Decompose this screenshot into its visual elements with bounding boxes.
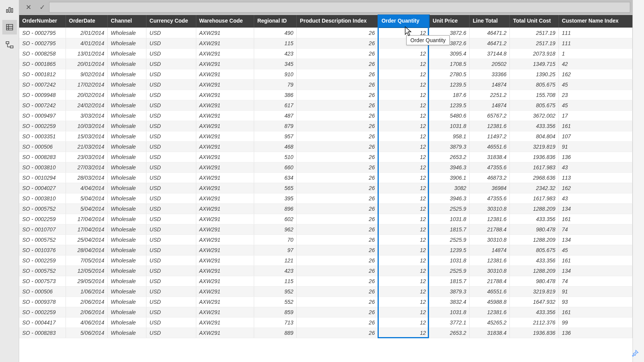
table-row[interactable]: SO - 000186520/01/2014WholesaleUSDAXW291… — [19, 59, 632, 69]
cell-CustomerNameIndex[interactable]: 136 — [559, 328, 632, 338]
cell-RegionalID[interactable]: 552 — [254, 297, 297, 307]
cell-WarehouseCode[interactable]: AXW291 — [196, 162, 254, 173]
table-row[interactable]: SO - 000757329/05/2014WholesaleUSDAXW291… — [19, 276, 632, 287]
cell-TotalUnitCost[interactable]: 433.356 — [510, 214, 559, 224]
cell-RegionalID[interactable]: 468 — [254, 142, 297, 152]
cancel-button[interactable]: ✕ — [21, 2, 35, 13]
cell-LineTotal[interactable]: 30310.8 — [470, 204, 510, 214]
cell-OrderQuantity[interactable]: 12 — [378, 152, 429, 162]
table-row[interactable]: SO - 0005061/06/2014WholesaleUSDAXW29195… — [19, 287, 632, 297]
cell-WarehouseCode[interactable]: AXW291 — [196, 245, 254, 256]
cell-ProductDescriptionIndex[interactable]: 26 — [297, 328, 378, 338]
cell-UnitPrice[interactable]: 187.6 — [429, 90, 470, 100]
table-row[interactable]: SO - 00027954/01/2014WholesaleUSDAXW2911… — [19, 38, 632, 49]
cell-RegionalID[interactable]: 79 — [254, 80, 297, 90]
cell-OrderQuantity[interactable]: 12 — [378, 245, 429, 256]
commit-button[interactable]: ✓ — [35, 2, 49, 13]
cell-OrderNumber[interactable]: SO - 0010376 — [19, 245, 66, 256]
cell-OrderDate[interactable]: 7/05/2014 — [66, 256, 107, 266]
cell-RegionalID[interactable]: 962 — [254, 224, 297, 235]
right-panel-collapsed[interactable] — [632, 0, 644, 362]
cell-OrderQuantity[interactable]: 12 — [378, 235, 429, 245]
cell-OrderQuantity[interactable]: 12 — [378, 131, 429, 142]
cell-OrderDate[interactable]: 2/06/2014 — [66, 297, 107, 307]
cell-TotalUnitCost[interactable]: 804.804 — [510, 131, 559, 142]
cell-RegionalID[interactable]: 487 — [254, 111, 297, 121]
cell-LineTotal[interactable]: 46551.6 — [470, 287, 510, 297]
data-grid[interactable]: OrderNumberOrderDateChannelCurrency Code… — [19, 15, 632, 338]
cell-WarehouseCode[interactable]: AXW291 — [196, 266, 254, 276]
cell-LineTotal[interactable]: 45265.2 — [470, 318, 510, 328]
cell-UnitPrice[interactable]: 3946.3 — [429, 162, 470, 173]
column-header-UnitPrice[interactable]: Unit Price — [429, 15, 470, 28]
cell-RegionalID[interactable]: 957 — [254, 131, 297, 142]
cell-TotalUnitCost[interactable]: 2073.918 — [510, 49, 559, 59]
cell-OrderNumber[interactable]: SO - 0005752 — [19, 235, 66, 245]
cell-CustomerNameIndex[interactable]: 161 — [559, 214, 632, 224]
cell-LineTotal[interactable]: 11497.2 — [470, 131, 510, 142]
cell-Channel[interactable]: Wholesale — [108, 49, 146, 59]
cell-OrderQuantity[interactable]: 12 — [378, 59, 429, 69]
table-row[interactable]: SO - 000724217/02/2014WholesaleUSDAXW291… — [19, 80, 632, 90]
cell-CurrencyCode[interactable]: USD — [146, 152, 196, 162]
cell-OrderNumber[interactable]: SO - 0007242 — [19, 80, 66, 90]
cell-UnitPrice[interactable]: 1815.7 — [429, 224, 470, 235]
cell-Channel[interactable]: Wholesale — [108, 318, 146, 328]
cell-ProductDescriptionIndex[interactable]: 26 — [297, 235, 378, 245]
cell-RegionalID[interactable]: 617 — [254, 100, 297, 111]
cell-OrderQuantity[interactable]: 12 — [378, 276, 429, 287]
cell-CurrencyCode[interactable]: USD — [146, 328, 196, 338]
cell-WarehouseCode[interactable]: AXW291 — [196, 142, 254, 152]
cell-UnitPrice[interactable]: 2525.9 — [429, 204, 470, 214]
cell-ProductDescriptionIndex[interactable]: 26 — [297, 131, 378, 142]
cell-ProductDescriptionIndex[interactable]: 26 — [297, 318, 378, 328]
cell-OrderQuantity[interactable]: 12 — [378, 111, 429, 121]
model-view-icon[interactable] — [2, 38, 17, 52]
cell-TotalUnitCost[interactable]: 1936.836 — [510, 328, 559, 338]
cell-OrderDate[interactable]: 13/01/2014 — [66, 49, 107, 59]
cell-LineTotal[interactable]: 12381.6 — [470, 307, 510, 318]
cell-Channel[interactable]: Wholesale — [108, 224, 146, 235]
table-row[interactable]: SO - 00057525/04/2014WholesaleUSDAXW2918… — [19, 204, 632, 214]
cell-CurrencyCode[interactable]: USD — [146, 287, 196, 297]
cell-UnitPrice[interactable]: 2525.9 — [429, 266, 470, 276]
table-row[interactable]: SO - 00094973/03/2014WholesaleUSDAXW2914… — [19, 111, 632, 121]
cell-UnitPrice[interactable]: 3946.3 — [429, 193, 470, 204]
cell-RegionalID[interactable]: 115 — [254, 38, 297, 49]
cell-CurrencyCode[interactable]: USD — [146, 256, 196, 266]
cell-CustomerNameIndex[interactable]: 99 — [559, 318, 632, 328]
table-row[interactable]: SO - 00022597/05/2014WholesaleUSDAXW2911… — [19, 256, 632, 266]
cell-UnitPrice[interactable]: 3879.3 — [429, 142, 470, 152]
cell-ProductDescriptionIndex[interactable]: 26 — [297, 69, 378, 80]
cell-UnitPrice[interactable]: 1815.7 — [429, 276, 470, 287]
cell-OrderQuantity[interactable]: 12 — [378, 204, 429, 214]
cell-OrderNumber[interactable]: SO - 0008283 — [19, 152, 66, 162]
cell-LineTotal[interactable]: 12381.6 — [470, 214, 510, 224]
cell-CustomerNameIndex[interactable]: 134 — [559, 266, 632, 276]
table-row[interactable]: SO - 000335115/03/2014WholesaleUSDAXW291… — [19, 131, 632, 142]
cell-WarehouseCode[interactable]: AXW291 — [196, 328, 254, 338]
cell-TotalUnitCost[interactable]: 2112.376 — [510, 318, 559, 328]
cell-TotalUnitCost[interactable]: 2342.32 — [510, 183, 559, 193]
cell-RegionalID[interactable]: 423 — [254, 266, 297, 276]
column-header-OrderQuantity[interactable]: Order Quantity — [378, 15, 429, 28]
cell-ProductDescriptionIndex[interactable]: 26 — [297, 214, 378, 224]
cell-Channel[interactable]: Wholesale — [108, 131, 146, 142]
cell-RegionalID[interactable]: 70 — [254, 235, 297, 245]
cell-CustomerNameIndex[interactable]: 1 — [559, 49, 632, 59]
cell-Channel[interactable]: Wholesale — [108, 90, 146, 100]
cell-TotalUnitCost[interactable]: 433.356 — [510, 256, 559, 266]
cell-TotalUnitCost[interactable]: 2517.19 — [510, 28, 559, 38]
cell-RegionalID[interactable]: 602 — [254, 214, 297, 224]
cell-CustomerNameIndex[interactable]: 42 — [559, 59, 632, 69]
column-header-RegionalID[interactable]: Regional ID — [254, 15, 297, 28]
cell-UnitPrice[interactable]: 3095.4 — [429, 49, 470, 59]
cell-CustomerNameIndex[interactable]: 43 — [559, 193, 632, 204]
formula-input[interactable] — [49, 2, 630, 13]
column-header-TotalUnitCost[interactable]: Total Unit Cost — [510, 15, 559, 28]
cell-LineTotal[interactable]: 14874 — [470, 100, 510, 111]
cell-CustomerNameIndex[interactable]: 91 — [559, 142, 632, 152]
cell-OrderQuantity[interactable]: 12 — [378, 69, 429, 80]
cell-OrderNumber[interactable]: SO - 0003810 — [19, 193, 66, 204]
cell-CurrencyCode[interactable]: USD — [146, 297, 196, 307]
